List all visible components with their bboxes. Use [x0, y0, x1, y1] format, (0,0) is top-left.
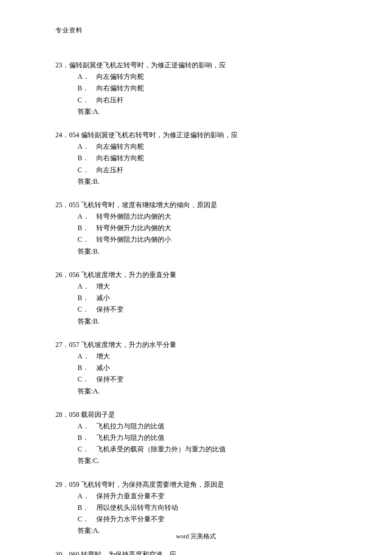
option-line: A．飞机拉力与阻力的比值	[78, 420, 337, 432]
question-number: 27．	[55, 339, 69, 350]
page-footer: word 完美格式	[0, 532, 392, 541]
question-list: 23．偏转副翼使飞机左转弯时，为修正逆偏转的影响，应A．向左偏转方向舵B．向右偏…	[55, 59, 337, 555]
option-text: 减小	[96, 292, 110, 304]
footer-text-cn: 完美格式	[189, 533, 216, 540]
option-text: 向左压杆	[96, 164, 124, 176]
answer-value: B.	[93, 178, 99, 185]
question-number: 26．	[55, 269, 69, 280]
answer-prefix: 答案:	[78, 457, 93, 464]
option-line: C．保持不变	[78, 373, 337, 385]
question-line: 30．060 转弯时，为保持高度和空速，应	[55, 549, 337, 555]
option-text: 保持升力垂直分量不变	[96, 490, 164, 502]
option-letter: C．	[78, 443, 96, 455]
question-block: 23．偏转副翼使飞机左转弯时，为修正逆偏转的影响，应A．向左偏转方向舵B．向右偏…	[55, 59, 337, 117]
option-letter: C．	[78, 513, 96, 525]
option-letter: B．	[78, 222, 96, 234]
answer-prefix: 答案:	[78, 248, 93, 255]
option-text: 向右压杆	[96, 94, 124, 106]
options: A．增大B．减小C．保持不变	[55, 280, 337, 315]
option-text: 增大	[96, 350, 110, 362]
question-line: 27．057 飞机坡度增大，升力的水平分量	[55, 339, 337, 350]
question-number: 24．	[55, 129, 69, 141]
option-line: C．向右压杆	[78, 94, 337, 106]
question-number: 25．	[55, 199, 69, 211]
option-letter: C．	[78, 94, 96, 106]
question-text: 偏转副翼使飞机左转弯时，为修正逆偏转的影响，应	[69, 59, 226, 71]
question-line: 28．058 载荷因子是	[55, 409, 337, 420]
question-text: 059 飞机转弯时，为保持高度需要增大迎角，原因是	[69, 479, 224, 490]
question-block: 29．059 飞机转弯时，为保持高度需要增大迎角，原因是A．保持升力垂直分量不变…	[55, 479, 337, 537]
option-text: 飞机拉力与阻力的比值	[96, 420, 164, 432]
option-line: C．保持升力水平分量不变	[78, 513, 337, 525]
question-text: 056 飞机坡度增大，升力的垂直分量	[69, 269, 176, 280]
option-letter: B．	[78, 362, 96, 373]
option-letter: B．	[78, 502, 96, 513]
option-line: A．向左偏转方向舵	[78, 71, 337, 82]
option-line: A．增大	[78, 350, 337, 362]
options: A．转弯外侧阻力比内侧的大B．转弯外侧升力比内侧的大C．转弯外侧阻力比内侧的小	[55, 211, 337, 246]
option-letter: C．	[78, 234, 96, 245]
footer-text-en: word	[176, 533, 189, 540]
option-line: A．增大	[78, 280, 337, 292]
option-text: 保持不变	[96, 373, 124, 385]
answer-prefix: 答案:	[78, 387, 93, 395]
question-text: 057 飞机坡度增大，升力的水平分量	[69, 339, 176, 350]
option-text: 向左偏转方向舵	[96, 141, 144, 152]
answer-line: 答案:C.	[55, 455, 337, 466]
option-letter: B．	[78, 152, 96, 164]
option-letter: A．	[78, 280, 96, 292]
option-text: 增大	[96, 280, 110, 292]
question-line: 24．054 偏转副翼使飞机右转弯时，为修正逆偏转的影响，应	[55, 129, 337, 141]
option-line: C．转弯外侧阻力比内侧的小	[78, 234, 337, 245]
answer-value: B.	[93, 318, 99, 325]
option-line: B．用以使机头沿转弯方向转动	[78, 502, 337, 513]
question-number: 23．	[55, 59, 69, 71]
option-text: 飞机升力与阻力的比值	[96, 432, 164, 443]
option-letter: A．	[78, 490, 96, 502]
answer-prefix: 答案:	[78, 108, 93, 115]
options: A．向左偏转方向舵B．向右偏转方向舵C．向左压杆	[55, 141, 337, 176]
question-block: 28．058 载荷因子是A．飞机拉力与阻力的比值B．飞机升力与阻力的比值C．飞机…	[55, 409, 337, 467]
question-number: 28．	[55, 409, 69, 420]
option-letter: A．	[78, 211, 96, 222]
question-text: 055 飞机转弯时，坡度有继续增大的倾向，原因是	[69, 199, 217, 211]
options: A．增大B．减小C．保持不变	[55, 350, 337, 385]
answer-value: A.	[93, 108, 100, 115]
question-line: 29．059 飞机转弯时，为保持高度需要增大迎角，原因是	[55, 479, 337, 490]
option-text: 用以使机头沿转弯方向转动	[96, 502, 178, 513]
option-line: A．向左偏转方向舵	[78, 141, 337, 152]
question-number: 30．	[55, 549, 69, 555]
option-text: 向右偏转方向舵	[96, 82, 144, 94]
question-line: 25．055 飞机转弯时，坡度有继续增大的倾向，原因是	[55, 199, 337, 211]
option-letter: A．	[78, 350, 96, 362]
question-text: 054 偏转副翼使飞机右转弯时，为修正逆偏转的影响，应	[69, 129, 238, 141]
option-line: B．飞机升力与阻力的比值	[78, 432, 337, 443]
option-line: C．保持不变	[78, 304, 337, 315]
answer-value: C.	[93, 457, 99, 464]
option-letter: C．	[78, 373, 96, 385]
question-number: 29．	[55, 479, 69, 490]
option-line: A．保持升力垂直分量不变	[78, 490, 337, 502]
option-letter: B．	[78, 82, 96, 94]
answer-prefix: 答案:	[78, 178, 93, 185]
option-text: 转弯外侧升力比内侧的大	[96, 222, 171, 234]
option-text: 飞机承受的载荷（除重力外）与重力的比值	[96, 443, 226, 455]
option-text: 转弯外侧阻力比内侧的大	[96, 211, 171, 222]
option-text: 减小	[96, 362, 110, 373]
answer-value: B.	[93, 248, 99, 255]
option-letter: A．	[78, 420, 96, 432]
answer-line: 答案:B.	[55, 315, 337, 327]
option-line: C．向左压杆	[78, 164, 337, 176]
question-block: 24．054 偏转副翼使飞机右转弯时，为修正逆偏转的影响，应A．向左偏转方向舵B…	[55, 129, 337, 187]
question-block: 27．057 飞机坡度增大，升力的水平分量A．增大B．减小C．保持不变答案:A.	[55, 339, 337, 397]
options: A．保持升力垂直分量不变B．用以使机头沿转弯方向转动C．保持升力水平分量不变	[55, 490, 337, 525]
question-line: 26．056 飞机坡度增大，升力的垂直分量	[55, 269, 337, 280]
option-text: 向右偏转方向舵	[96, 152, 144, 164]
option-line: B．向右偏转方向舵	[78, 152, 337, 164]
option-letter: A．	[78, 71, 96, 82]
option-letter: A．	[78, 141, 96, 152]
answer-line: 答案:A.	[55, 106, 337, 117]
options: A．飞机拉力与阻力的比值B．飞机升力与阻力的比值C．飞机承受的载荷（除重力外）与…	[55, 420, 337, 455]
option-text: 保持不变	[96, 304, 124, 315]
question-line: 23．偏转副翼使飞机左转弯时，为修正逆偏转的影响，应	[55, 59, 337, 71]
